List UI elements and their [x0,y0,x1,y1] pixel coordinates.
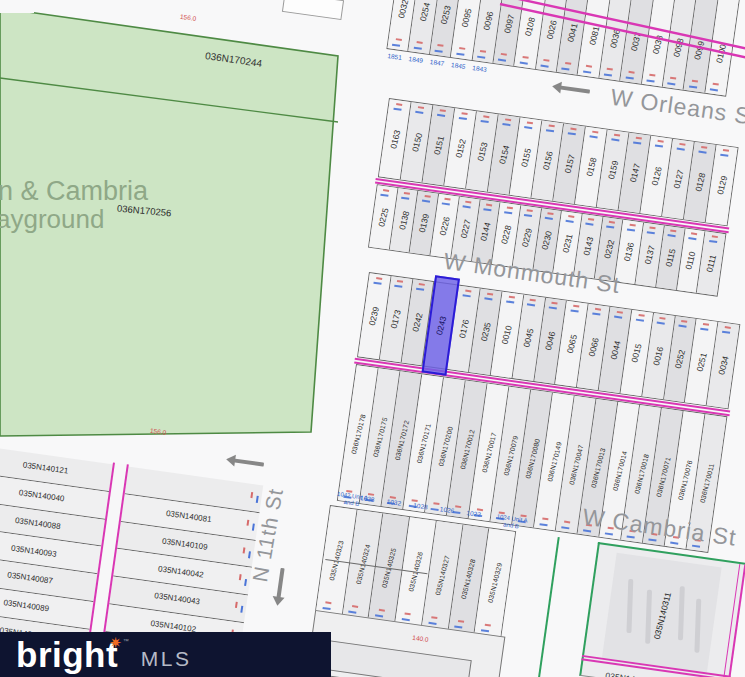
parcel-label: 0095 [460,8,474,29]
parcel-label: 0045 [521,327,535,348]
parcel-label: 0157 [562,153,576,174]
parcel-label: 0100 [714,43,728,64]
parcel-label: 036N170012 [458,429,475,470]
parcel-label: 036N170013 [589,447,606,488]
logo-trademark: ™ [123,638,129,644]
parcel-label: 0151 [431,135,445,156]
parcel-label: 0176 [457,318,471,339]
parcel-label: 0225 [376,207,390,228]
parcel-label: 0229 [520,227,534,248]
parcel-label: 0010 [500,324,514,345]
logo-suffix-text: MLS [141,647,192,671]
parcel-label: 0041 [565,23,579,44]
parcel-label: 0153 [475,141,489,162]
parcel-label: 036N170017 [480,432,497,473]
parcel-label: 0096 [481,11,495,32]
bright-mls-logo: bright ✷ ™ MLS [0,632,331,677]
parcel-label: 0226 [438,216,452,237]
parcel-label: 0158 [584,156,598,177]
parcel-label: 0155 [518,147,532,168]
parcel-label: 0081 [587,26,601,47]
parcel-label: 0127 [671,169,685,190]
parcel-label: 0129 [714,175,728,196]
parcel-label: 0015 [630,343,644,364]
parcel-label: 0138 [397,210,411,231]
park-name-line2: ayground [0,204,104,235]
parcel-label: 0099 [692,40,706,61]
parcel-label: 0026 [544,20,558,41]
parcel-label: 0097 [502,14,516,35]
parcel-label: 0038 [650,34,664,55]
lot-split-line [325,559,427,574]
parcel-label: 036N170172 [393,419,410,460]
parcel-label: 0034 [716,355,730,376]
parcel-label: 036N170175 [371,416,388,457]
parcel-035N140320[interactable]: 035N140320 [605,670,655,677]
parcel-map: n & Cambria ayground 036N170244 036N1702… [0,0,745,677]
parcel-label: 036N170149 [546,441,563,482]
parcel-label: 0098 [671,37,685,58]
parcel-label: 0243 [434,315,448,336]
parcel-label: 0152 [453,138,467,159]
parcel-label: 036N170076 [676,459,693,500]
parcel-label: 0111 [704,254,718,274]
parcel-label: 0239 [367,306,381,327]
parcel-label: 0110 [684,250,698,270]
parcel-label: 0252 [673,349,687,370]
parcel-label: 0046 [543,331,557,352]
parcel-label: 0143 [581,236,595,257]
block-cambria-east: 035N140311 035N140320 [579,542,745,677]
park-name-line1: n & Cambria [0,176,148,207]
parcel-label: 0066 [586,337,600,358]
parcel-label: 0128 [693,172,707,193]
parcel-label: 0173 [389,309,403,330]
parcel-label: 0108 [523,17,537,38]
parcel-label: 0228 [499,224,513,245]
parcel-label: 0156 [540,150,554,171]
parcel-label: 0230 [540,230,554,251]
logo-brand-text: bright [16,637,118,672]
parcel-label: 0136 [622,242,636,263]
parcel-label: 0139 [417,213,431,234]
parcel-label: 036N170018 [633,453,650,494]
parcel-label: 0036 [608,29,622,50]
parcel-label: 0032 [396,0,410,20]
parcel-label: 0232 [602,239,616,260]
parcel-label: 036N170079 [502,435,519,476]
parcel-label: 0254 [417,2,431,23]
parcel-label: 036N170071 [654,456,671,497]
parcel-label: 0115 [663,248,677,268]
parcel-label: 0227 [458,218,472,239]
parcel-label: 0044 [608,340,622,361]
parcel-label: 0144 [479,221,493,242]
map-corner-notch [0,0,34,13]
parcel-label: 0242 [410,312,424,333]
parcel-label: 036N170014 [611,450,628,491]
parcel-label: 0037 [629,32,643,53]
parcel-label: 0251 [694,352,708,373]
parcel-label: 036N170200 [437,426,454,467]
parcel-label: 0065 [565,334,579,355]
parcel-label: 0159 [606,159,620,180]
parcel-label: 036N170178 [349,413,366,454]
parcel-label: 0126 [649,166,663,187]
parcel-label: 036N170011 [698,463,715,504]
parcel-label: 036N170171 [415,423,432,464]
parcel-label: 0163 [388,129,402,150]
logo-star-icon: ✷ [109,634,122,652]
parcel-label: 0137 [643,244,657,265]
parcel-label: 0147 [627,163,641,184]
parcel-label: 0150 [409,132,423,153]
parcel-label: 0235 [478,321,492,342]
parcel-label: 0154 [497,144,511,165]
parcel-label: 036N170080 [524,438,541,479]
parcel-label: 0016 [651,346,665,367]
parcel-label: 0231 [561,233,575,254]
parcel-label: 0253 [438,5,452,26]
parcel-label: 036N170047 [567,444,584,485]
